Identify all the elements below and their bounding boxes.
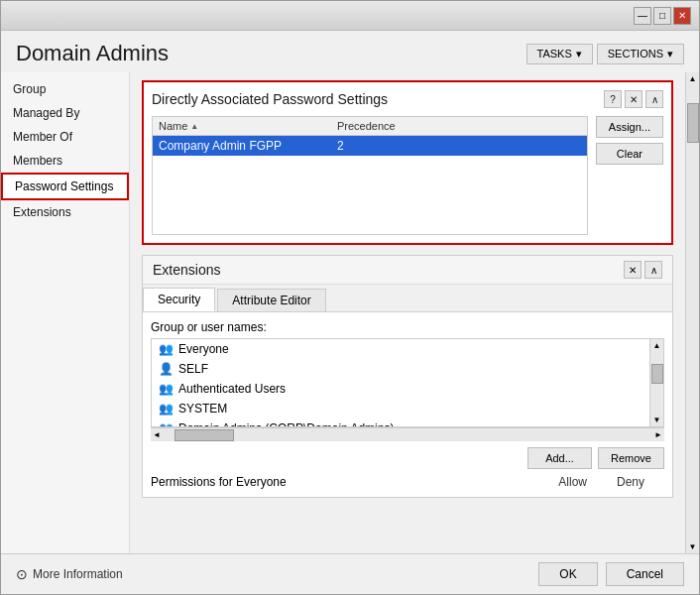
col-name-header: Name ▲ <box>159 120 337 132</box>
table-header: Name ▲ Precedence <box>153 117 587 136</box>
header: Domain Admins TASKS ▾ SECTIONS ▾ <box>1 31 699 72</box>
cell-precedence: 2 <box>337 139 436 153</box>
group-users-label: Group or user names: <box>151 320 664 334</box>
permissions-label: Permissions for Everyone <box>151 475 558 489</box>
content-area: Directly Associated Password Settings ? … <box>130 72 685 553</box>
user-item-authenticated-users[interactable]: 👥 Authenticated Users <box>152 379 649 399</box>
chevron-down-icon: ▾ <box>667 48 673 60</box>
sidebar-item-managed-by[interactable]: Managed By <box>1 101 129 125</box>
main-window: — □ ✕ Domain Admins TASKS ▾ SECTIONS ▾ G… <box>0 0 700 595</box>
chevron-down-icon: ▾ <box>576 48 582 60</box>
title-bar: — □ ✕ <box>1 1 699 31</box>
main-scrollbar[interactable]: ▲ ▼ <box>685 72 699 553</box>
user-label: Authenticated Users <box>178 382 286 396</box>
user-item-domain-admins[interactable]: 👥 Domain Admins (CORP\Domain Admins) <box>152 418 649 426</box>
user-label: SYSTEM <box>178 402 227 416</box>
main-content: Group Managed By Member Of Members Passw… <box>1 72 699 553</box>
scroll-down-icon[interactable]: ▼ <box>653 416 661 424</box>
password-layout: Name ▲ Precedence Company Admin FGPP 2 <box>152 116 663 235</box>
allow-col-header: Allow <box>558 475 587 489</box>
header-buttons: TASKS ▾ SECTIONS ▾ <box>526 44 685 64</box>
minimize-button[interactable]: — <box>634 7 651 25</box>
extensions-section-icons: ✕ ∧ <box>624 261 662 279</box>
tab-security[interactable]: Security <box>143 288 215 311</box>
password-section-header: Directly Associated Password Settings ? … <box>152 90 663 108</box>
user-label: Domain Admins (CORP\Domain Admins) <box>178 421 394 426</box>
collapse-icon[interactable]: ∧ <box>645 90 663 108</box>
close-button[interactable]: ✕ <box>673 7 691 25</box>
extensions-header: Extensions ✕ ∧ <box>143 256 672 285</box>
password-table-wrap: Name ▲ Precedence Company Admin FGPP 2 <box>152 116 588 235</box>
ok-button[interactable]: OK <box>538 562 597 586</box>
users-list-container: 👥 Everyone 👤 SELF 👥 Authenticated Users <box>151 338 664 427</box>
cell-name: Company Admin FGPP <box>159 139 337 153</box>
scroll-up-icon[interactable]: ▲ <box>653 341 661 350</box>
horiz-scrollbar-thumb[interactable] <box>175 429 234 441</box>
password-settings-section: Directly Associated Password Settings ? … <box>142 80 673 245</box>
more-info[interactable]: ⊙ More Information <box>16 566 123 582</box>
title-controls: — □ ✕ <box>634 7 691 25</box>
main-scrollbar-thumb[interactable] <box>687 103 699 143</box>
security-content: Group or user names: 👥 Everyone 👤 SELF <box>143 312 672 497</box>
password-table: Name ▲ Precedence Company Admin FGPP 2 <box>152 116 588 235</box>
permissions-row: Permissions for Everyone Allow Deny <box>151 475 664 489</box>
users-scrollbar[interactable]: ▲ ▼ <box>649 339 663 426</box>
user-label: Everyone <box>178 342 229 356</box>
add-button[interactable]: Add... <box>527 447 592 469</box>
sort-icon: ▲ <box>190 122 198 131</box>
cancel-button[interactable]: Cancel <box>606 562 684 586</box>
remove-button[interactable]: Remove <box>598 447 664 469</box>
help-icon[interactable]: ? <box>604 90 622 108</box>
close-icon[interactable]: ✕ <box>625 90 642 108</box>
user-icon: 👥 <box>158 341 174 357</box>
password-section-title: Directly Associated Password Settings <box>152 91 388 107</box>
sections-button[interactable]: SECTIONS ▾ <box>597 44 684 64</box>
password-actions: Assign... Clear <box>596 116 663 235</box>
clear-button[interactable]: Clear <box>596 143 663 165</box>
scroll-up-icon[interactable]: ▲ <box>689 74 697 83</box>
user-label: SELF <box>178 362 208 376</box>
user-item-system[interactable]: 👥 SYSTEM <box>152 399 649 418</box>
info-icon: ⊙ <box>16 566 28 582</box>
scrollbar-thumb[interactable] <box>651 364 663 384</box>
more-info-label: More Information <box>33 567 123 581</box>
sidebar-item-password-settings[interactable]: Password Settings <box>1 173 129 200</box>
assign-button[interactable]: Assign... <box>596 116 663 138</box>
sidebar: Group Managed By Member Of Members Passw… <box>1 72 130 553</box>
tabs-area: Security Attribute Editor <box>143 285 672 312</box>
password-section-icons: ? ✕ ∧ <box>604 90 663 108</box>
user-icon: 👥 <box>158 401 174 416</box>
col-precedence-header: Precedence <box>337 120 436 132</box>
extensions-title: Extensions <box>153 262 220 278</box>
user-item-self[interactable]: 👤 SELF <box>152 359 649 379</box>
user-icon: 👤 <box>158 361 174 377</box>
horizontal-scrollbar[interactable]: ◄ ► <box>151 427 664 441</box>
footer: ⊙ More Information OK Cancel <box>1 553 699 594</box>
tasks-button[interactable]: TASKS ▾ <box>526 44 593 64</box>
permissions-cols: Allow Deny <box>558 475 644 489</box>
maximize-button[interactable]: □ <box>653 7 671 25</box>
user-item-everyone[interactable]: 👥 Everyone <box>152 339 649 359</box>
collapse-icon[interactable]: ∧ <box>644 261 662 279</box>
scroll-down-icon[interactable]: ▼ <box>689 542 697 551</box>
security-actions: Add... Remove <box>151 447 664 469</box>
users-list: 👥 Everyone 👤 SELF 👥 Authenticated Users <box>152 339 649 426</box>
sidebar-item-member-of[interactable]: Member Of <box>1 125 129 149</box>
page-title: Domain Admins <box>16 41 169 66</box>
footer-buttons: OK Cancel <box>538 562 684 586</box>
scroll-left-icon[interactable]: ◄ <box>153 430 161 439</box>
user-icon: 👥 <box>158 420 174 426</box>
tab-attribute-editor[interactable]: Attribute Editor <box>217 289 325 311</box>
user-icon: 👥 <box>158 381 174 397</box>
sidebar-item-extensions[interactable]: Extensions <box>1 200 129 224</box>
sidebar-item-members[interactable]: Members <box>1 149 129 173</box>
deny-col-header: Deny <box>617 475 644 489</box>
table-row[interactable]: Company Admin FGPP 2 <box>153 136 587 156</box>
extensions-section: Extensions ✕ ∧ Security Attribute Editor… <box>142 255 673 498</box>
sidebar-item-group[interactable]: Group <box>1 77 129 101</box>
close-icon[interactable]: ✕ <box>624 261 642 279</box>
scroll-right-icon[interactable]: ► <box>654 430 662 439</box>
